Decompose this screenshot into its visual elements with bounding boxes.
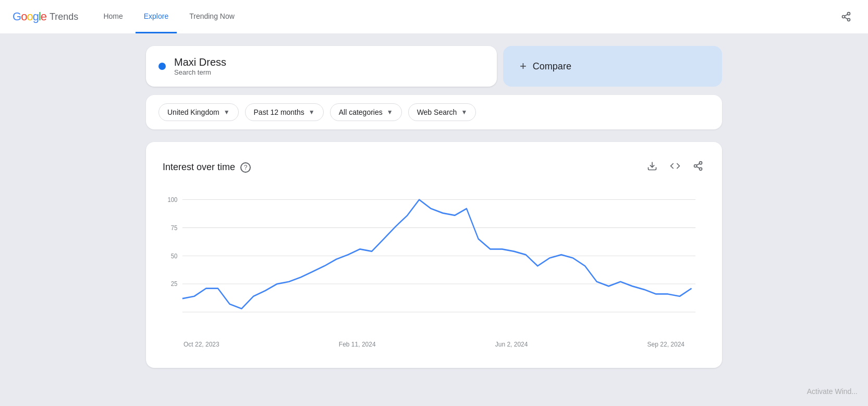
search-term-card: Maxi Dress Search term xyxy=(146,46,497,87)
svg-line-10 xyxy=(696,163,700,165)
chart-title: Interest over time xyxy=(163,162,235,173)
svg-text:25: 25 xyxy=(171,280,178,288)
filter-category[interactable]: All categories ▼ xyxy=(330,103,402,121)
x-label-2: Feb 11, 2024 xyxy=(339,341,376,348)
header: Google Trends Home Explore Trending Now xyxy=(0,0,868,33)
term-type: Search term xyxy=(174,68,226,76)
help-icon[interactable]: ? xyxy=(240,162,251,173)
filters-row: United Kingdom ▼ Past 12 months ▼ All ca… xyxy=(146,95,722,129)
embed-icon[interactable] xyxy=(668,159,682,176)
chevron-down-icon: ▼ xyxy=(309,109,315,116)
filter-search-type[interactable]: Web Search ▼ xyxy=(408,103,476,121)
term-name: Maxi Dress xyxy=(174,56,226,68)
x-label-1: Oct 22, 2023 xyxy=(184,341,219,348)
nav-explore[interactable]: Explore xyxy=(136,0,177,33)
chart-actions xyxy=(645,159,705,176)
chart-area: 100 75 50 25 Oct 22, 2023 Feb 11, 2024 J… xyxy=(163,188,705,355)
x-label-4: Sep 22, 2024 xyxy=(647,341,684,348)
filter-location[interactable]: United Kingdom ▼ xyxy=(158,103,239,121)
compare-label: Compare xyxy=(533,61,571,72)
svg-line-3 xyxy=(845,17,848,19)
svg-line-9 xyxy=(696,166,700,168)
chart-title-area: Interest over time ? xyxy=(163,162,251,173)
svg-text:50: 50 xyxy=(171,252,178,260)
chart-header: Interest over time ? xyxy=(163,159,705,176)
svg-line-4 xyxy=(845,14,848,16)
svg-text:100: 100 xyxy=(167,196,177,204)
header-actions xyxy=(837,7,855,26)
term-dot xyxy=(158,63,166,70)
main-content: Maxi Dress Search term + Compare United … xyxy=(0,33,868,380)
share-button[interactable] xyxy=(837,7,855,26)
x-labels: Oct 22, 2023 Feb 11, 2024 Jun 2, 2024 Se… xyxy=(163,337,705,348)
filter-time[interactable]: Past 12 months ▼ xyxy=(245,103,324,121)
download-icon[interactable] xyxy=(645,159,659,176)
svg-point-8 xyxy=(700,168,702,170)
share-chart-icon[interactable] xyxy=(691,159,705,176)
chevron-down-icon: ▼ xyxy=(461,109,467,116)
search-compare-row: Maxi Dress Search term + Compare xyxy=(146,46,722,87)
x-label-3: Jun 2, 2024 xyxy=(495,341,528,348)
chart-card: Interest over time ? xyxy=(146,142,722,368)
nav-home[interactable]: Home xyxy=(95,0,131,33)
chart-svg: 100 75 50 25 xyxy=(163,188,705,335)
compare-card[interactable]: + Compare xyxy=(503,46,722,87)
svg-point-0 xyxy=(848,13,850,15)
trends-text: Trends xyxy=(50,11,78,22)
svg-point-7 xyxy=(694,165,697,168)
chevron-down-icon: ▼ xyxy=(387,109,393,116)
trend-line xyxy=(182,200,692,309)
nav-trending-now[interactable]: Trending Now xyxy=(181,0,243,33)
svg-point-6 xyxy=(700,162,702,164)
main-nav: Home Explore Trending Now xyxy=(95,0,837,33)
term-info: Maxi Dress Search term xyxy=(174,56,226,76)
svg-point-2 xyxy=(848,18,850,21)
svg-point-1 xyxy=(842,16,845,18)
logo-area: Google Trends xyxy=(13,10,78,23)
plus-icon: + xyxy=(520,59,527,73)
chevron-down-icon: ▼ xyxy=(224,109,230,116)
watermark: Activate Wind... xyxy=(807,387,858,396)
google-logo: Google xyxy=(13,10,46,23)
svg-text:75: 75 xyxy=(171,224,178,232)
